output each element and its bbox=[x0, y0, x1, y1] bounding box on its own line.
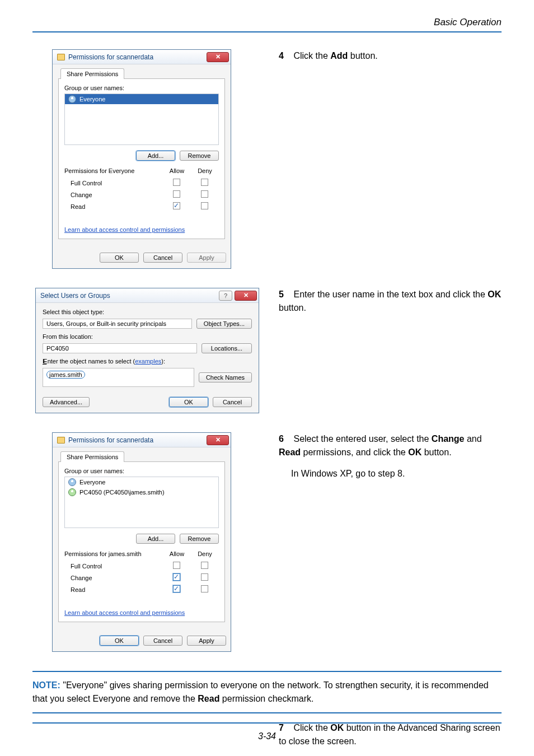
section-header: Basic Operation bbox=[32, 17, 502, 31]
advanced-button[interactable]: Advanced... bbox=[43, 397, 90, 407]
deny-checkbox[interactable] bbox=[201, 562, 208, 569]
remove-button[interactable]: Remove bbox=[180, 151, 219, 161]
dialog-titlebar: Permissions for scannerdata ✕ bbox=[53, 433, 231, 447]
deny-col: Deny bbox=[191, 167, 219, 174]
allow-checkbox[interactable] bbox=[173, 179, 180, 186]
perm-header-label: Permissions for james.smith bbox=[64, 550, 163, 557]
cancel-button[interactable]: Cancel bbox=[143, 253, 182, 263]
perm-name: Change bbox=[65, 575, 162, 581]
close-icon[interactable]: ✕ bbox=[207, 52, 229, 62]
add-button[interactable]: Add... bbox=[136, 534, 175, 544]
perm-row: Full Control bbox=[65, 560, 218, 572]
cancel-button[interactable]: Cancel bbox=[213, 397, 252, 407]
apply-button[interactable]: Apply bbox=[187, 636, 226, 646]
perm-row: Read bbox=[65, 200, 218, 212]
list-item-label: Everyone bbox=[79, 96, 105, 102]
list-item[interactable]: Everyone bbox=[65, 477, 218, 487]
step-5: 5 Enter the user name in the text box an… bbox=[279, 288, 502, 315]
perm-name: Full Control bbox=[65, 180, 162, 186]
allow-checkbox[interactable] bbox=[173, 562, 180, 569]
list-item[interactable]: PC4050 (PC4050\james.smith) bbox=[65, 487, 218, 497]
learn-link[interactable]: Learn about access control and permissio… bbox=[64, 609, 185, 616]
folder-icon bbox=[57, 437, 65, 444]
step-4: 4 Click the Add button. bbox=[279, 49, 502, 63]
step-6: 6 Select the entered user, select the Ch… bbox=[279, 432, 502, 459]
perm-name: Read bbox=[65, 586, 162, 593]
group-icon bbox=[68, 478, 76, 486]
allow-checkbox[interactable] bbox=[173, 585, 180, 592]
object-names-input[interactable]: james.smith bbox=[43, 368, 194, 387]
dialog-titlebar: Select Users or Groups ? ✕ bbox=[36, 288, 259, 303]
principals-list[interactable]: Everyone bbox=[64, 94, 219, 145]
deny-col: Deny bbox=[191, 550, 219, 557]
group-icon bbox=[68, 95, 76, 103]
allow-checkbox[interactable] bbox=[173, 573, 180, 581]
allow-checkbox[interactable] bbox=[173, 190, 180, 198]
ok-button[interactable]: OK bbox=[100, 636, 139, 646]
check-names-button[interactable]: Check Names bbox=[199, 372, 252, 382]
allow-col: Allow bbox=[163, 550, 191, 557]
select-users-dialog: Select Users or Groups ? ✕ Select this o… bbox=[35, 288, 259, 413]
group-label: Group or user names: bbox=[64, 85, 219, 91]
perm-row: Change bbox=[65, 572, 218, 584]
allow-col: Allow bbox=[163, 167, 191, 174]
permissions-dialog-2: Permissions for scannerdata ✕ Share Perm… bbox=[52, 432, 231, 652]
object-type-field: Users, Groups, or Built-in security prin… bbox=[43, 319, 192, 329]
help-icon[interactable]: ? bbox=[219, 291, 232, 301]
ok-button[interactable]: OK bbox=[169, 397, 208, 407]
group-label: Group or user names: bbox=[64, 468, 219, 474]
step-6-xp-note: In Windows XP, go to step 8. bbox=[279, 467, 502, 480]
perm-name: Full Control bbox=[65, 563, 162, 570]
tab-share-permissions[interactable]: Share Permissions bbox=[60, 68, 124, 79]
object-type-label: Select this object type: bbox=[43, 309, 252, 315]
step-number: 6 bbox=[279, 432, 291, 446]
perm-row: Change bbox=[65, 189, 218, 200]
header-rule bbox=[32, 31, 502, 32]
dialog-title: Permissions for scannerdata bbox=[68, 53, 153, 61]
dialog-titlebar: Permissions for scannerdata ✕ bbox=[53, 50, 231, 64]
perm-name: Change bbox=[65, 192, 162, 198]
location-field: PC4050 bbox=[43, 343, 197, 353]
step-number: 5 bbox=[279, 288, 291, 301]
deny-checkbox[interactable] bbox=[201, 202, 208, 209]
dialog-title: Permissions for scannerdata bbox=[68, 436, 153, 444]
close-icon[interactable]: ✕ bbox=[207, 435, 229, 445]
list-item[interactable]: Everyone bbox=[65, 94, 218, 104]
tab-share-permissions[interactable]: Share Permissions bbox=[60, 451, 124, 462]
perm-header-label: Permissions for Everyone bbox=[64, 167, 163, 174]
apply-button[interactable]: Apply bbox=[187, 253, 226, 263]
learn-link[interactable]: Learn about access control and permissio… bbox=[64, 226, 185, 233]
entered-name: james.smith bbox=[46, 371, 85, 379]
step-number: 4 bbox=[279, 49, 291, 63]
perm-row: Full Control bbox=[65, 177, 218, 189]
location-label: From this location: bbox=[43, 333, 252, 340]
page-number: 3-34 bbox=[32, 724, 502, 747]
perm-name: Read bbox=[65, 203, 162, 210]
permissions-dialog-1: Permissions for scannerdata ✕ Share Perm… bbox=[52, 49, 231, 269]
list-item-label: PC4050 (PC4050\james.smith) bbox=[79, 489, 165, 496]
folder-icon bbox=[57, 54, 65, 60]
list-item-label: Everyone bbox=[79, 479, 105, 486]
deny-checkbox[interactable] bbox=[201, 585, 208, 592]
perm-row: Read bbox=[65, 584, 218, 595]
examples-link[interactable]: examples bbox=[135, 358, 161, 365]
deny-checkbox[interactable] bbox=[201, 573, 208, 581]
object-types-button[interactable]: Object Types... bbox=[196, 319, 252, 329]
cancel-button[interactable]: Cancel bbox=[143, 636, 182, 646]
ok-button[interactable]: OK bbox=[100, 253, 139, 263]
remove-button[interactable]: Remove bbox=[180, 534, 219, 544]
dialog-title: Select Users or Groups bbox=[40, 292, 110, 300]
principals-list[interactable]: Everyone PC4050 (PC4050\james.smith) bbox=[64, 477, 219, 528]
allow-checkbox[interactable] bbox=[173, 202, 180, 209]
add-button[interactable]: Add... bbox=[136, 151, 175, 161]
note-label: NOTE: bbox=[32, 680, 60, 690]
locations-button[interactable]: Locations... bbox=[202, 343, 252, 353]
deny-checkbox[interactable] bbox=[201, 179, 208, 186]
deny-checkbox[interactable] bbox=[201, 190, 208, 198]
enter-names-label: EEnter the object names to select (examp… bbox=[43, 358, 252, 365]
user-icon bbox=[68, 488, 76, 496]
